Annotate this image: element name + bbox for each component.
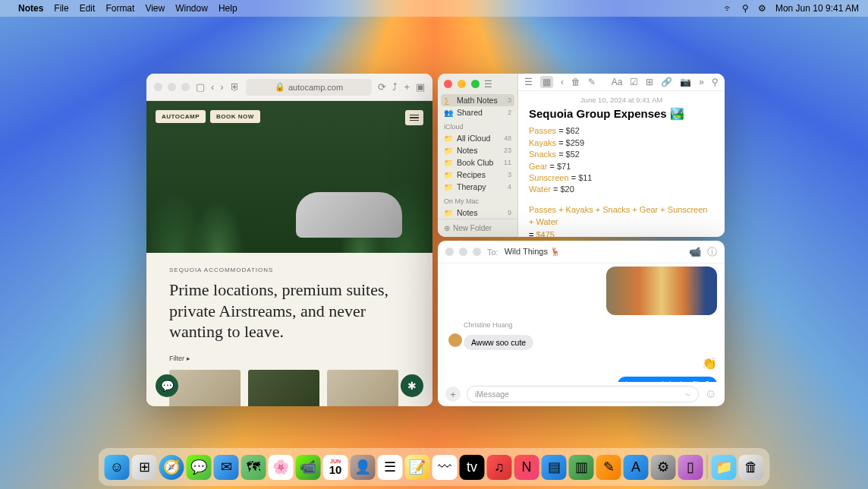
dock-numbers[interactable]: ▥ [569, 455, 594, 480]
dock-appstore[interactable]: A [624, 455, 649, 480]
dock-mail[interactable]: ✉ [214, 455, 239, 480]
checklist-icon[interactable]: ☑ [630, 77, 638, 87]
accommodation-thumb[interactable] [248, 370, 319, 407]
notes-close-button[interactable] [444, 80, 452, 88]
dock-contacts[interactable]: 👤 [351, 455, 376, 480]
link-icon[interactable]: 🔗 [661, 77, 672, 87]
search-icon[interactable]: ⚲ [712, 77, 719, 87]
emoji-picker-icon[interactable]: ☺ [705, 387, 717, 401]
back-icon[interactable]: ‹ [211, 81, 214, 93]
menu-help[interactable]: Help [219, 3, 237, 14]
menu-window[interactable]: Window [175, 3, 208, 14]
more-icon[interactable]: » [699, 77, 704, 87]
sidebar-item-therapy[interactable]: 📁 Therapy 4 [438, 181, 517, 193]
note-title: Sequoia Group Expenses 🏞️ [529, 107, 714, 121]
messages-minimize-button[interactable] [459, 248, 467, 256]
message-photo[interactable] [606, 267, 717, 315]
lock-icon: 🔒 [275, 82, 285, 92]
filter-button[interactable]: Filter ▸ [169, 355, 432, 362]
menu-file[interactable]: File [54, 3, 68, 14]
menu-view[interactable]: View [145, 3, 165, 14]
reload-icon[interactable]: ⟳ [378, 81, 386, 93]
apps-plus-button[interactable]: + [445, 386, 461, 402]
sidebar-item-math-notes[interactable]: ∑ Math Notes 3 [441, 94, 514, 106]
dock-maps[interactable]: 🗺 [241, 455, 266, 480]
accessibility-fab[interactable]: ✱ [401, 374, 423, 397]
list-view-icon[interactable]: ☰ [524, 77, 533, 87]
safari-close-button[interactable] [154, 83, 162, 91]
emoji-reaction[interactable]: 👏 [702, 357, 717, 370]
media-icon[interactable]: 📷 [680, 77, 691, 87]
note-body[interactable]: June 10, 2024 at 9:41 AM Sequoia Group E… [518, 91, 725, 237]
dock-photos[interactable]: 🌸 [269, 455, 294, 480]
format-icon[interactable]: Aa [612, 77, 623, 87]
dock-news[interactable]: N [514, 455, 539, 480]
url-text: autocamp.com [288, 83, 343, 92]
hamburger-menu-icon[interactable] [405, 110, 423, 125]
share-icon[interactable]: ⤴ [392, 81, 398, 93]
dock-calendar[interactable]: JUN 10 [323, 455, 348, 480]
logo-pill[interactable]: AUTOCAMP [156, 110, 206, 123]
dock-reminders[interactable]: ☰ [378, 455, 403, 480]
sidebar-item-all-icloud[interactable]: 📁 All iCloud 48 [438, 132, 517, 144]
dock-launchpad[interactable]: ⊞ [132, 455, 157, 480]
dock-finder[interactable]: ☺ [105, 455, 130, 480]
dock-downloads[interactable]: 📁 [712, 455, 737, 480]
avatar[interactable] [448, 333, 462, 347]
control-center-icon[interactable]: ⚙ [758, 3, 766, 14]
search-icon[interactable]: ⚲ [742, 3, 749, 14]
sidebar-item-recipes[interactable]: 📁 Recipes 3 [438, 169, 517, 181]
message-bubble-out[interactable]: Is anyone bringing film? [618, 377, 717, 382]
compose-icon[interactable]: ✎ [588, 77, 596, 87]
url-field[interactable]: 🔒 autocamp.com [246, 79, 373, 96]
sidebar-item-local-notes[interactable]: 📁 Notes 9 [438, 207, 517, 219]
dock-keynote[interactable]: ▤ [542, 455, 567, 480]
sidebar-item-book-club[interactable]: 📁 Book Club 11 [438, 156, 517, 169]
to-name[interactable]: Wild Things 🦌 [505, 247, 561, 257]
safari-minimize-button[interactable] [168, 83, 176, 91]
facetime-icon[interactable]: 📹 [689, 246, 701, 257]
notes-minimize-button[interactable] [458, 80, 466, 88]
menu-format[interactable]: Format [105, 3, 134, 14]
messages-zoom-button[interactable] [473, 248, 481, 256]
dock-tv[interactable]: tv [460, 455, 485, 480]
dock-pages[interactable]: ✎ [596, 455, 621, 480]
trash-icon[interactable]: 🗑 [571, 77, 580, 87]
sidebar-toggle-icon[interactable]: ☰ [484, 79, 492, 90]
grid-view-icon[interactable]: ▦ [540, 76, 553, 88]
dictation-icon[interactable]: ⏦ [685, 390, 690, 399]
book-now-button[interactable]: BOOK NOW [210, 110, 260, 123]
message-input[interactable]: iMessage ⏦ [467, 386, 699, 402]
table-icon[interactable]: ⊞ [646, 77, 653, 87]
chat-fab[interactable]: 💬 [156, 374, 178, 397]
info-icon[interactable]: ⓘ [707, 245, 717, 259]
dock-trash[interactable]: 🗑 [739, 455, 764, 480]
sidebar-item-shared[interactable]: 👥 Shared 2 [438, 106, 517, 118]
wifi-icon[interactable]: ᯤ [724, 3, 733, 14]
dock-settings[interactable]: ⚙ [651, 455, 676, 480]
menubar-datetime[interactable]: Mon Jun 10 9:41 AM [775, 3, 859, 14]
dock-freeform[interactable]: 〰 [432, 455, 458, 480]
menu-edit[interactable]: Edit [80, 3, 96, 14]
dock-iphone-mirror[interactable]: ▯ [678, 455, 703, 480]
accommodation-thumb[interactable] [169, 370, 241, 407]
dock-facetime[interactable]: 📹 [296, 455, 321, 480]
dock-music[interactable]: ♫ [487, 455, 512, 480]
new-folder-button[interactable]: ⊕ New Folder [438, 219, 517, 237]
notes-zoom-button[interactable] [471, 80, 480, 88]
forward-icon[interactable]: › [220, 81, 223, 93]
tabs-icon[interactable]: ▣ [416, 81, 425, 93]
sidebar-item-notes[interactable]: 📁 Notes 23 [438, 144, 517, 156]
menubar-app-name[interactable]: Notes [18, 3, 43, 14]
messages-close-button[interactable] [445, 248, 454, 256]
back-icon[interactable]: ‹ [561, 77, 564, 87]
sidebar-toggle-icon[interactable]: ▢ [196, 81, 205, 93]
safari-zoom-button[interactable] [181, 83, 190, 91]
dock-notes[interactable]: 📝 [405, 455, 430, 480]
dock-safari[interactable]: 🧭 [159, 455, 184, 480]
accommodation-thumb[interactable] [327, 370, 398, 407]
message-bubble-in[interactable]: Awww soo cute [464, 335, 533, 350]
new-tab-icon[interactable]: + [404, 81, 410, 93]
shield-icon[interactable]: ⛨ [230, 81, 240, 93]
dock-messages[interactable]: 💬 [187, 455, 212, 480]
